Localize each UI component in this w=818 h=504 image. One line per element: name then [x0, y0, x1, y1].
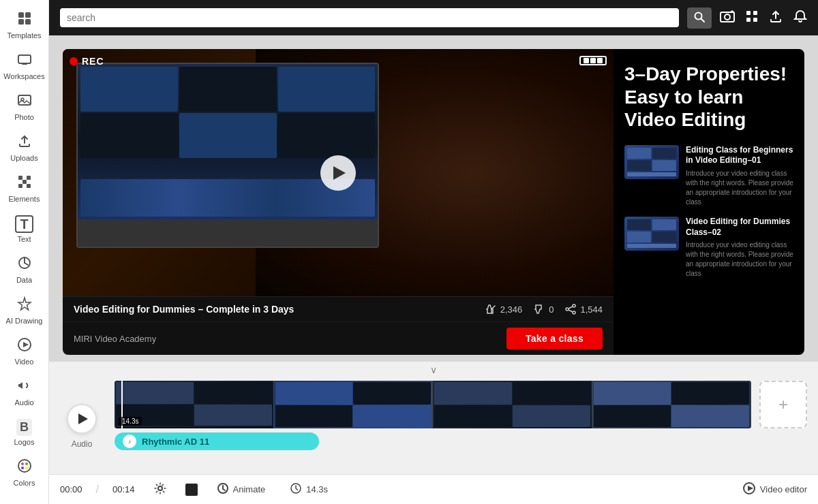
sidebar-more[interactable]: ›	[1, 494, 48, 504]
tools-button[interactable]	[149, 479, 172, 500]
svg-line-22	[701, 18, 705, 22]
sidebar-item-label-uploads: Uploads	[10, 154, 37, 162]
templates-icon	[17, 11, 32, 29]
video-editor-label-group: Video editor	[742, 482, 807, 497]
take-class-button[interactable]: Take a class	[506, 328, 603, 349]
video-editor-button[interactable]: Video editor	[742, 482, 807, 497]
video-editor-text: Video editor	[760, 484, 807, 494]
sidebar-item-elements[interactable]: Elements	[1, 169, 48, 208]
main-content: REC Video Editing for Dummies –	[49, 0, 818, 504]
svg-rect-28	[746, 18, 751, 22]
photo-icon	[17, 93, 32, 111]
search-container[interactable]	[60, 8, 679, 27]
video-left-panel: REC Video Editing for Dummies –	[63, 49, 614, 355]
sidebar-item-label-elements: Elements	[9, 195, 40, 203]
elements-icon	[17, 174, 32, 193]
duration-button[interactable]: 14.3s	[284, 479, 333, 500]
related-desc-1: Introduce your video editing class with …	[686, 169, 793, 207]
sidebar-item-templates[interactable]: Templates	[1, 5, 48, 45]
sidebar-item-photo[interactable]: Photo	[1, 87, 48, 127]
dislikes-stat: 0	[533, 304, 554, 315]
dislikes-count: 0	[549, 304, 554, 315]
svg-rect-10	[18, 184, 22, 188]
status-bar: 00:00 / 00:14 Animate 14.3s	[49, 474, 818, 504]
sidebar-item-label-data: Data	[16, 276, 32, 284]
video-card: REC Video Editing for Dummies –	[63, 49, 804, 355]
sidebar-item-label-video: Video	[15, 358, 34, 366]
timeline-play-button[interactable]	[67, 404, 97, 434]
sidebar-item-ai-drawing[interactable]: AI Drawing	[1, 291, 48, 330]
upload-icon[interactable]	[769, 10, 783, 27]
sidebar-item-text[interactable]: T Text	[1, 210, 48, 249]
audio-track: ♪ Rhythmic AD 11	[115, 432, 319, 450]
svg-rect-0	[18, 12, 24, 18]
related-thumb-2	[624, 217, 679, 251]
collapse-chevron-icon[interactable]: ∨	[430, 364, 437, 375]
video-right-panel: 3–Day Properties!Easy to learnVideo Edit…	[614, 49, 804, 355]
timeline-tracks: 14.3s ♪ Rhythmic AD 11	[109, 381, 751, 471]
video-channel-bar: MIRI Video Academy Take a class	[63, 321, 614, 355]
search-input[interactable]	[67, 12, 672, 23]
svg-rect-26	[746, 11, 751, 15]
likes-stat: 2,346	[485, 304, 523, 315]
svg-point-18	[25, 462, 28, 465]
video-strip: 14.3s	[115, 381, 751, 428]
workspaces-icon	[17, 52, 32, 70]
svg-point-31	[566, 308, 569, 311]
svg-rect-2	[18, 19, 24, 25]
current-time: 00:00	[60, 484, 82, 494]
video-icon	[17, 337, 32, 356]
tools-icon	[154, 482, 166, 497]
shares-stat: 1,544	[564, 304, 603, 315]
svg-rect-12	[22, 180, 27, 184]
total-time: 00:14	[112, 484, 135, 494]
palette-icon	[17, 458, 32, 477]
audio-icon	[17, 378, 32, 396]
bell-icon[interactable]	[793, 10, 807, 27]
animate-icon	[217, 482, 229, 497]
sidebar-item-audio[interactable]: Audio	[1, 373, 48, 412]
audio-track-dot: ♪	[123, 435, 136, 448]
search-button[interactable]	[687, 7, 712, 29]
add-clip-icon: +	[778, 395, 788, 414]
svg-rect-3	[25, 19, 31, 25]
timeline-area: ∨ Audio	[49, 362, 818, 474]
related-title-2: Video Editing for Dummies Class–02	[686, 217, 793, 238]
preview-area: REC Video Editing for Dummies –	[49, 35, 818, 362]
stop-button[interactable]	[185, 484, 198, 496]
related-desc-2: Introduce your video editing class with …	[686, 240, 793, 279]
animate-button[interactable]: Animate	[211, 479, 271, 500]
sidebar-item-video[interactable]: Video	[1, 332, 48, 371]
play-triangle-icon	[333, 166, 346, 180]
camera-icon[interactable]	[720, 10, 735, 26]
sidebar-item-label-workspaces: Workspaces	[3, 72, 44, 80]
related-item-1: Editing Class for Beginners in Video Edi…	[624, 145, 793, 207]
rec-dot	[70, 57, 78, 65]
sidebar: Templates Workspaces Photo Uploads Eleme…	[0, 0, 49, 504]
uploads-icon	[17, 133, 32, 152]
svg-rect-29	[753, 18, 757, 22]
play-button-overlay[interactable]	[320, 155, 356, 191]
svg-rect-8	[18, 176, 22, 180]
sidebar-item-palette[interactable]: Colors	[1, 453, 48, 492]
sidebar-item-uploads[interactable]: Uploads	[1, 128, 48, 168]
svg-rect-27	[753, 11, 757, 15]
sidebar-item-label-text: Text	[17, 235, 31, 243]
grid-icon[interactable]	[746, 10, 758, 26]
timeline-collapse-bar: ∨	[49, 362, 818, 378]
clock-icon	[290, 482, 302, 497]
video-info-bar: Video Editing for Dummies – Complete in …	[63, 296, 614, 321]
sidebar-item-workspaces[interactable]: Workspaces	[1, 46, 48, 86]
svg-point-25	[725, 14, 730, 20]
related-title-1: Editing Class for Beginners in Video Edi…	[686, 145, 793, 166]
related-info-1: Editing Class for Beginners in Video Edi…	[686, 145, 793, 207]
likes-count: 2,346	[500, 304, 523, 315]
logos-icon: B	[16, 419, 32, 436]
text-icon: T	[15, 215, 33, 233]
audio-track-label: Rhythmic AD 11	[142, 437, 209, 447]
shares-count: 1,544	[580, 304, 603, 315]
play-triangle-small-icon	[78, 413, 88, 424]
sidebar-item-logos[interactable]: B Logos	[1, 413, 48, 452]
add-clip-button[interactable]: +	[759, 381, 807, 428]
sidebar-item-data[interactable]: Data	[1, 250, 48, 289]
